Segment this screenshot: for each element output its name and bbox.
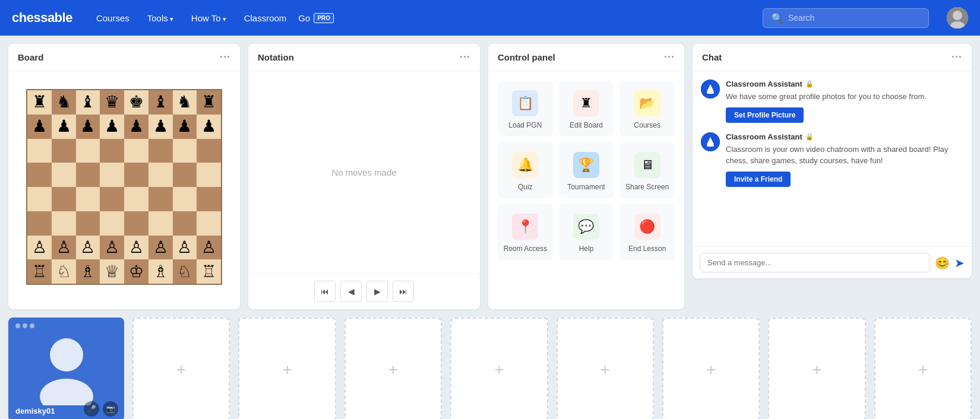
add-panel-6[interactable]: + (662, 318, 760, 419)
control-item-quiz[interactable]: 🔔Quiz (498, 142, 553, 198)
nav-tools[interactable]: Tools (141, 9, 179, 27)
emoji-button[interactable]: 😊 (935, 256, 950, 270)
chess-cell[interactable]: ♗ (148, 259, 173, 284)
chess-cell[interactable]: ♟ (76, 115, 100, 139)
chess-cell[interactable] (173, 211, 197, 236)
chess-cell[interactable] (148, 211, 173, 236)
chess-cell[interactable] (100, 163, 124, 187)
control-item-edit-board[interactable]: ♜Edit Board (559, 81, 614, 137)
chess-cell[interactable]: ♙ (52, 236, 76, 260)
ctrl-next[interactable]: ▶ (366, 281, 388, 302)
chess-cell[interactable]: ♟ (173, 115, 197, 139)
control-item-tournament[interactable]: 🏆Tournament (559, 142, 614, 198)
video-button[interactable]: 📷 (103, 401, 118, 417)
chess-cell[interactable]: ♝ (76, 90, 100, 115)
chess-cell[interactable]: ♙ (100, 236, 124, 260)
control-item-load-pgn[interactable]: 📋Load PGN (498, 81, 553, 137)
add-panel-8[interactable]: + (874, 318, 972, 419)
chess-cell[interactable] (76, 211, 100, 236)
msg-button-1[interactable]: Invite a Friend (726, 172, 791, 187)
add-panel-4[interactable]: + (450, 318, 548, 419)
chess-cell[interactable] (52, 187, 76, 211)
chess-cell[interactable] (173, 163, 197, 187)
mute-button[interactable]: 🎤 (84, 401, 99, 417)
add-panel-1[interactable]: + (132, 318, 230, 419)
chess-cell[interactable] (148, 163, 173, 187)
search-bar[interactable]: 🔍 (763, 8, 929, 28)
chess-cell[interactable] (148, 139, 173, 163)
chess-cell[interactable]: ♟ (27, 115, 52, 139)
chess-cell[interactable]: ♕ (100, 259, 124, 284)
chess-cell[interactable]: ♛ (100, 90, 124, 115)
chess-cell[interactable]: ♚ (124, 90, 148, 115)
chess-cell[interactable] (197, 211, 221, 236)
chess-cell[interactable]: ♟ (124, 115, 148, 139)
chess-cell[interactable] (173, 139, 197, 163)
chess-cell[interactable] (124, 163, 148, 187)
chess-cell[interactable] (76, 187, 100, 211)
send-button[interactable]: ➤ (954, 256, 965, 270)
chess-cell[interactable] (27, 163, 52, 187)
nav-howto[interactable]: How To (185, 9, 232, 27)
chess-cell[interactable] (197, 187, 221, 211)
chess-cell[interactable] (100, 187, 124, 211)
ctrl-last[interactable]: ⏭ (393, 281, 414, 302)
control-item-help[interactable]: 💬Help (559, 204, 614, 260)
chess-cell[interactable] (27, 187, 52, 211)
add-panel-3[interactable]: + (344, 318, 442, 419)
chess-cell[interactable] (76, 163, 100, 187)
nav-courses[interactable]: Courses (90, 9, 135, 27)
chess-cell[interactable]: ♟ (197, 115, 221, 139)
chess-cell[interactable] (124, 211, 148, 236)
chess-cell[interactable]: ♙ (27, 236, 52, 260)
notation-menu[interactable]: ··· (460, 51, 470, 64)
chess-cell[interactable]: ♘ (173, 259, 197, 284)
chat-menu[interactable]: ··· (951, 51, 962, 64)
add-panel-2[interactable]: + (238, 318, 336, 419)
chess-cell[interactable] (76, 139, 100, 163)
chess-cell[interactable]: ♝ (148, 90, 173, 115)
chess-cell[interactable]: ♟ (100, 115, 124, 139)
chess-cell[interactable]: ♖ (27, 259, 52, 284)
avatar[interactable] (947, 7, 968, 28)
chess-cell[interactable] (197, 139, 221, 163)
chess-cell[interactable]: ♙ (173, 236, 197, 260)
chess-cell[interactable]: ♞ (52, 90, 76, 115)
chess-cell[interactable] (148, 187, 173, 211)
search-input[interactable] (788, 13, 920, 23)
chess-cell[interactable]: ♞ (173, 90, 197, 115)
chess-cell[interactable]: ♙ (197, 236, 221, 260)
ctrl-first[interactable]: ⏮ (314, 281, 336, 302)
chess-cell[interactable]: ♖ (197, 259, 221, 284)
chess-cell[interactable] (27, 211, 52, 236)
control-item-end-lesson[interactable]: 🔴End Lesson (619, 204, 675, 260)
chess-cell[interactable]: ♔ (124, 259, 148, 284)
chess-cell[interactable]: ♘ (52, 259, 76, 284)
add-panel-7[interactable]: + (768, 318, 865, 419)
chess-cell[interactable] (27, 139, 52, 163)
nav-classroom[interactable]: Classroom (238, 9, 293, 27)
chess-cell[interactable] (124, 139, 148, 163)
msg-button-0[interactable]: Set Profile Picture (726, 107, 804, 123)
chess-cell[interactable] (197, 163, 221, 187)
chess-cell[interactable] (100, 139, 124, 163)
chess-cell[interactable] (124, 187, 148, 211)
chess-cell[interactable] (52, 163, 76, 187)
chess-cell[interactable]: ♟ (52, 115, 76, 139)
logo[interactable]: chessable (12, 10, 72, 26)
chat-input[interactable] (700, 253, 930, 272)
chess-cell[interactable]: ♟ (148, 115, 173, 139)
nav-go-pro[interactable]: Go PRO (298, 13, 334, 23)
add-panel-5[interactable]: + (557, 318, 654, 419)
board-menu[interactable]: ··· (220, 51, 230, 64)
chess-cell[interactable]: ♙ (76, 236, 100, 260)
chess-cell[interactable]: ♙ (148, 236, 173, 260)
chess-cell[interactable] (52, 139, 76, 163)
chess-cell[interactable] (100, 211, 124, 236)
control-item-courses[interactable]: 📂Courses (619, 81, 675, 137)
ctrl-prev[interactable]: ◀ (340, 281, 362, 302)
control-menu[interactable]: ··· (664, 51, 675, 64)
chess-cell[interactable] (52, 211, 76, 236)
chess-cell[interactable]: ♜ (197, 90, 221, 115)
chess-cell[interactable]: ♜ (27, 90, 52, 115)
